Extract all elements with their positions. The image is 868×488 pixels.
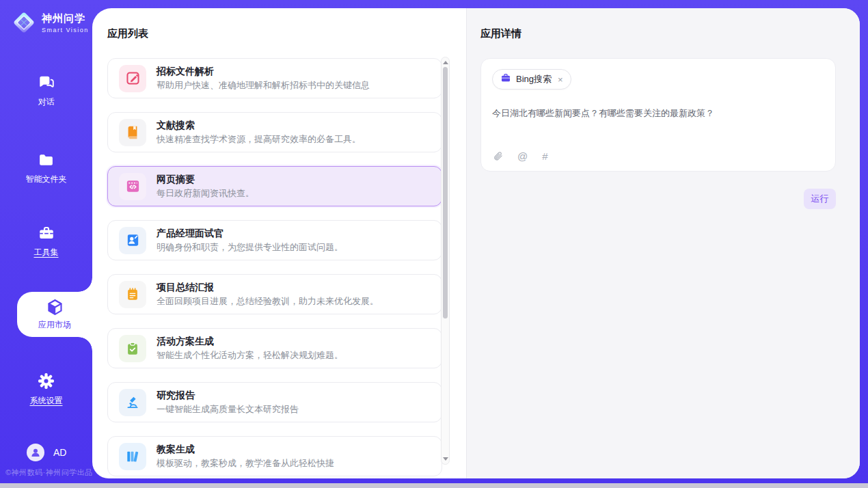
hash-icon[interactable]: # [542, 150, 547, 162]
cube-icon [17, 298, 92, 316]
app-card-desc: 每日政府新闻资讯快查。 [157, 188, 254, 199]
app-card-desc: 一键智能生成高质量长文本研究报告 [157, 404, 299, 415]
sidebar-item-tools[interactable]: 工具集 [0, 224, 92, 258]
interviewer-icon [119, 227, 146, 254]
app-card-desc: 全面回顾项目进展，总结经验教训，助力未来优化发展。 [157, 296, 379, 307]
app-detail-panel: 应用详情 Bing搜索 × 今日湖北有哪些新闻要点？有哪 [466, 8, 860, 478]
app-card-literature-search[interactable]: 文献搜索 快速精准查找学术资源，提高研究效率的必备工具。 [107, 112, 442, 152]
sidebar-item-chat[interactable]: 对话 [0, 74, 92, 108]
clipboard-check-icon [119, 335, 146, 362]
app-card-title: 招标文件解析 [157, 66, 370, 77]
app-card-desc: 快速精准查找学术资源，提高研究效率的必备工具。 [157, 134, 361, 145]
sidebar-item-label: 对话 [0, 96, 92, 108]
tab-fillet-top [79, 278, 92, 292]
app-card-title: 教案生成 [157, 444, 334, 455]
scrollbar-thumb[interactable] [443, 67, 448, 318]
app-window: 神州问学 Smart Vision 对话 智能文件夹 工具集 应用市场 系统设置 [0, 0, 868, 488]
gear-icon [0, 372, 92, 390]
tool-chip[interactable]: Bing搜索 × [492, 69, 571, 90]
window-bottom-strip [0, 483, 868, 488]
app-card-title: 文献搜索 [157, 120, 361, 131]
app-card-desc: 帮助用户快速、准确地理解和解析招标书中的关键信息 [157, 80, 370, 91]
browser-code-icon [119, 173, 146, 200]
chat-icon [0, 74, 92, 92]
user-profile[interactable]: AD [27, 444, 66, 461]
brand-name: 神州问学 [42, 12, 89, 25]
app-list-panel: 应用列表 招标文件解析 帮助用户快速、准确地理解和解析招标书中的关键信息 文献搜… [92, 8, 466, 478]
app-detail-title: 应用详情 [480, 27, 860, 40]
user-avatar-icon [27, 444, 44, 461]
sidebar-item-settings[interactable]: 系统设置 [0, 372, 92, 407]
app-card-title: 研究报告 [157, 390, 299, 401]
app-card-lesson-plan[interactable]: 教案生成 模板驱动，教案秒成，教学准备从此轻松快捷 [107, 436, 442, 476]
chip-close-icon[interactable]: × [558, 74, 563, 85]
briefcase-icon [500, 72, 511, 86]
edit-document-icon [119, 65, 146, 92]
sidebar-item-label: 系统设置 [0, 395, 92, 407]
brand-subtitle: Smart Vision [42, 27, 89, 33]
app-card-title: 项目总结汇报 [157, 282, 379, 293]
sidebar-item-folders[interactable]: 智能文件夹 [0, 152, 92, 185]
app-card-pm-interviewer[interactable]: 产品经理面试官 明确身份和职责，为您提供专业性的面试问题。 [107, 220, 442, 260]
scrollbar[interactable] [441, 57, 450, 465]
window-chrome: 神州问学 Smart Vision 对话 智能文件夹 工具集 应用市场 系统设置 [0, 0, 868, 483]
app-list-title: 应用列表 [107, 27, 466, 40]
app-card-title: 活动方案生成 [157, 336, 343, 347]
app-card-desc: 模板驱动，教案秒成，教学准备从此轻松快捷 [157, 458, 334, 469]
microscope-icon [119, 389, 146, 416]
toolbox-icon [0, 224, 92, 242]
scroll-down-icon[interactable] [443, 457, 448, 461]
question-text[interactable]: 今日湖北有哪些新闻要点？有哪些需要关注的最新政策？ [492, 107, 824, 120]
run-button[interactable]: 运行 [804, 189, 836, 209]
books-icon [119, 443, 146, 470]
app-card-event-plan[interactable]: 活动方案生成 智能生成个性化活动方案，轻松解决规划难题。 [107, 328, 442, 368]
app-card-desc: 明确身份和职责，为您提供专业性的面试问题。 [157, 242, 343, 253]
composer-card: Bing搜索 × 今日湖北有哪些新闻要点？有哪些需要关注的最新政策？ @ # [480, 58, 836, 172]
app-card-project-report[interactable]: 项目总结汇报 全面回顾项目进展，总结经验教训，助力未来优化发展。 [107, 274, 442, 314]
book-icon [119, 119, 146, 146]
sidebar: 神州问学 Smart Vision 对话 智能文件夹 工具集 应用市场 系统设置 [0, 0, 92, 483]
app-card-title: 产品经理面试官 [157, 228, 343, 239]
composer-toolbar: @ # [493, 150, 548, 162]
app-card-list: 招标文件解析 帮助用户快速、准确地理解和解析招标书中的关键信息 文献搜索 快速精… [107, 58, 442, 476]
main-content: 应用列表 招标文件解析 帮助用户快速、准确地理解和解析招标书中的关键信息 文献搜… [92, 8, 860, 478]
sidebar-item-label: 应用市场 [17, 319, 92, 331]
app-card-research-report[interactable]: 研究报告 一键智能生成高质量长文本研究报告 [107, 382, 442, 422]
folder-icon [0, 152, 92, 169]
scroll-up-icon[interactable] [443, 61, 448, 64]
app-card-bid-analysis[interactable]: 招标文件解析 帮助用户快速、准确地理解和解析招标书中的关键信息 [107, 58, 442, 98]
brand-logo: 神州问学 Smart Vision [11, 10, 89, 36]
notepad-icon [119, 281, 146, 308]
copyright-footer: ©神州数码·神州问学出品 [5, 467, 93, 478]
at-sign-icon[interactable]: @ [517, 150, 528, 162]
app-card-web-summary[interactable]: 网页摘要 每日政府新闻资讯快查。 [107, 166, 442, 206]
tab-fillet-bottom [79, 337, 92, 351]
sidebar-item-market[interactable]: 应用市场 [17, 292, 92, 337]
run-row: 运行 [480, 189, 836, 209]
paperclip-icon[interactable] [493, 150, 503, 162]
user-initials: AD [53, 447, 66, 458]
app-card-desc: 智能生成个性化活动方案，轻松解决规划难题。 [157, 350, 343, 361]
tool-chip-label: Bing搜索 [516, 73, 552, 85]
diamond-logo-icon [11, 10, 37, 36]
sidebar-item-label: 工具集 [0, 247, 92, 258]
sidebar-item-label: 智能文件夹 [0, 174, 92, 185]
app-card-title: 网页摘要 [157, 174, 254, 185]
